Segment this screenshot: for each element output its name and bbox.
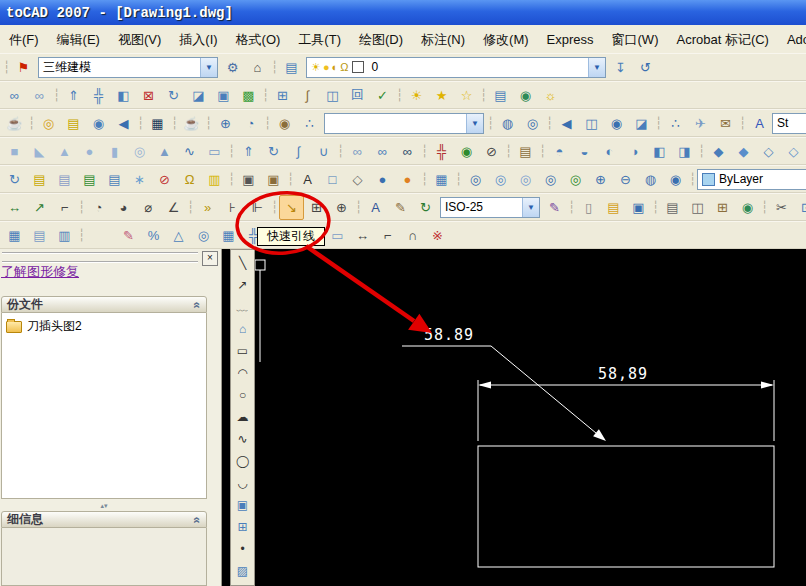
toolbar-handle[interactable]: ┆ <box>538 139 547 164</box>
hatch-icon[interactable]: ▨ <box>232 560 253 582</box>
drawing-canvas[interactable]: 58.89 58,89 ╲↗﹏⌂▭◠○☁∿◯◡▣⊞•▨ <box>222 249 806 586</box>
point-light-icon[interactable]: ☀ <box>404 83 429 108</box>
layer-states-icon[interactable]: ↻ <box>2 167 27 192</box>
walk-mode-icon[interactable]: ∴ <box>663 111 688 136</box>
torus-icon[interactable]: ◎ <box>127 139 152 164</box>
plot-preview-icon[interactable]: ◫ <box>685 195 710 220</box>
layer-properties-manager-icon[interactable]: ▤ <box>279 55 304 80</box>
polygon-icon[interactable]: ⌂ <box>232 318 253 340</box>
scale-icon[interactable]: ▭ <box>325 223 350 248</box>
ne-isometric-icon[interactable]: ◇ <box>756 139 781 164</box>
planar-surface-icon[interactable]: ▭ <box>202 139 227 164</box>
menu-acrobat-markups[interactable]: Acrobat 标记(C) <box>667 26 777 53</box>
menu-view[interactable]: 视图(V) <box>109 26 170 53</box>
menu-window[interactable]: 窗口(W) <box>603 26 668 53</box>
toolbar-handle[interactable]: ┆ <box>738 111 747 136</box>
pyramid-icon[interactable]: ▲ <box>152 139 177 164</box>
center-view-icon[interactable]: ◉ <box>604 111 629 136</box>
copy-face-icon[interactable]: ▣ <box>211 83 236 108</box>
quick-dimension-icon[interactable]: » <box>195 195 220 220</box>
ordinate-dimension-icon[interactable]: ⌐ <box>52 195 77 220</box>
toolbar-handle[interactable]: ┆ <box>77 223 86 248</box>
toolbar-handle[interactable]: ┆ <box>651 195 660 220</box>
make-block-icon[interactable]: ⊞ <box>232 516 253 538</box>
close-icon[interactable]: × <box>202 251 218 266</box>
menu-adobe-pdf[interactable]: Adobe PDF(B) <box>778 26 806 53</box>
extrude-face-icon[interactable]: ⊞ <box>270 83 295 108</box>
planar-mapping-icon[interactable]: ◀ <box>111 111 136 136</box>
move-3d-icon[interactable]: ╬ <box>86 83 111 108</box>
toolbar-handle[interactable]: ┆ <box>654 111 663 136</box>
menu-modify[interactable]: 修改(M) <box>474 26 538 53</box>
revolve-icon[interactable]: ↻ <box>261 139 286 164</box>
toolbar-handle[interactable]: ┆ <box>77 195 86 220</box>
zoom-center-icon[interactable]: ◎ <box>538 167 563 192</box>
revcloud-icon[interactable]: ☁ <box>232 406 253 428</box>
visual-style-2d-wireframe-icon[interactable]: A <box>295 167 320 192</box>
menu-format[interactable]: 格式(O) <box>227 26 290 53</box>
menu-insert[interactable]: 插入(I) <box>170 26 226 53</box>
construction-line-icon[interactable]: ↗ <box>232 274 253 296</box>
panel-grip[interactable] <box>2 252 198 263</box>
dimension-style-icon[interactable]: ✎ <box>542 195 567 220</box>
sweep-icon[interactable]: ∫ <box>286 139 311 164</box>
toolbar-handle[interactable]: ┆ <box>336 139 345 164</box>
pan-view-icon[interactable]: ◫ <box>579 111 604 136</box>
angular-dimension-icon[interactable]: ∠ <box>161 195 186 220</box>
sun-status-icon[interactable]: ◎ <box>36 111 61 136</box>
3d-move-icon[interactable]: ╬ <box>429 139 454 164</box>
layer-combo[interactable]: ☀●◐Ω 0 ▼ <box>306 57 606 78</box>
publish-icon[interactable]: ⊞ <box>710 195 735 220</box>
check-solid-icon[interactable]: ✓ <box>370 83 395 108</box>
arc-icon[interactable]: ◠ <box>232 362 253 384</box>
separate-solids-icon[interactable]: ◫ <box>320 83 345 108</box>
toolbar-handle[interactable]: ┆ <box>204 111 213 136</box>
quick-leader-icon[interactable]: ↘ <box>279 195 304 220</box>
camera-distance-icon[interactable]: ▣ <box>261 167 286 192</box>
layer-freeze-icon[interactable]: ∗ <box>127 167 152 192</box>
top-view-icon[interactable]: ◓ <box>547 139 572 164</box>
loft-icon[interactable]: ∪ <box>311 139 336 164</box>
rotate-face-icon[interactable]: ↻ <box>161 83 186 108</box>
right-view-icon[interactable]: ◑ <box>622 139 647 164</box>
taper-face-icon[interactable]: ◪ <box>186 83 211 108</box>
sweep-clean-icon[interactable]: ∫ <box>295 83 320 108</box>
visual-style-hidden-icon[interactable]: ◇ <box>345 167 370 192</box>
fly-mode-icon[interactable]: ✈ <box>688 111 713 136</box>
adjust-camera-icon[interactable]: ▣ <box>236 167 261 192</box>
light-glyph-icon[interactable]: ▤ <box>61 111 86 136</box>
open-icon[interactable]: ▤ <box>601 195 626 220</box>
aligned-dimension-icon[interactable]: ↗ <box>27 195 52 220</box>
walk-icon[interactable]: ∴ <box>297 111 322 136</box>
3d-align-icon[interactable]: ⊘ <box>479 139 504 164</box>
zoom-dynamic-icon[interactable]: ◎ <box>488 167 513 192</box>
panel-splitter[interactable]: ▴▾ <box>1 501 207 510</box>
chevron-up-icon[interactable]: « <box>191 301 205 308</box>
menu-edit[interactable]: 编辑(E) <box>48 26 109 53</box>
geographic-location-icon[interactable]: ◉ <box>513 83 538 108</box>
sw-isometric-icon[interactable]: ◆ <box>706 139 731 164</box>
back-view-icon[interactable]: ◨ <box>672 139 697 164</box>
intersect-icon[interactable]: ∞ <box>395 139 420 164</box>
ellipse-icon[interactable]: ◯ <box>232 450 253 472</box>
explode-icon[interactable]: ※ <box>425 223 450 248</box>
zoom-window-icon[interactable]: ◎ <box>463 167 488 192</box>
toolbar-handle[interactable]: ┆ <box>454 167 463 192</box>
toolbar-handle[interactable]: ┆ <box>227 139 236 164</box>
view-combo[interactable]: ▼ <box>324 113 484 134</box>
dropdown-arrow-icon[interactable]: ▼ <box>588 58 605 77</box>
text-style-icon[interactable]: A <box>747 111 772 136</box>
interfere-icon[interactable]: ∞ <box>27 83 52 108</box>
toolbar-handle[interactable]: ┆ <box>486 111 495 136</box>
toolbar-handle[interactable]: ┆ <box>504 139 513 164</box>
workspace-toolbar-icon[interactable]: ⚑ <box>11 55 36 80</box>
circle-icon[interactable]: ○ <box>232 384 253 406</box>
toolbar-handle[interactable]: ┆ <box>263 111 272 136</box>
dimension-edit-icon[interactable]: A <box>363 195 388 220</box>
wedge-icon[interactable]: ◣ <box>27 139 52 164</box>
draw-order-front-icon[interactable]: ▦ <box>2 223 27 248</box>
drawing-recovery-help-link[interactable]: 了解图形修复 <box>1 263 79 281</box>
dropdown-arrow-icon[interactable]: ▼ <box>200 58 217 77</box>
details-section-header[interactable]: 细信息 « <box>1 511 207 528</box>
cylinder-icon[interactable]: ▮ <box>102 139 127 164</box>
